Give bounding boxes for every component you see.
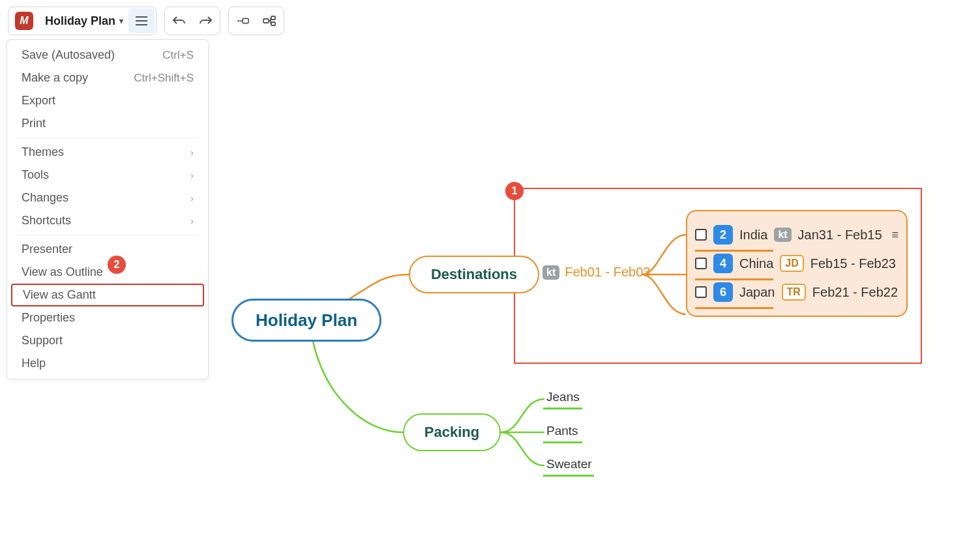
svg-rect-2 <box>263 19 269 23</box>
priority-badge: 4 <box>713 254 733 273</box>
menu-item-help[interactable]: Help <box>7 352 208 375</box>
annotation-marker-1: 1 <box>505 182 524 200</box>
menu-item-shortcuts[interactable]: Shortcuts › <box>7 209 208 232</box>
menu-shortcut: Ctrl+S <box>162 49 194 62</box>
packing-underline <box>543 475 594 477</box>
priority-badge: 2 <box>713 225 733 245</box>
menu-shortcut: Ctrl+Shift+S <box>134 72 194 85</box>
date-range: Feb21 - Feb22 <box>812 285 898 300</box>
destination-name: India <box>739 228 767 243</box>
checkbox[interactable] <box>695 286 707 298</box>
menu-label: View as Gantt <box>23 288 96 302</box>
hamburger-icon <box>135 14 148 27</box>
chevron-right-icon: › <box>190 147 194 158</box>
destination-row-japan[interactable]: 6 Japan TR Feb21 - Feb22 <box>695 278 898 306</box>
chevron-right-icon: › <box>190 216 194 226</box>
layout-button[interactable] <box>256 8 282 33</box>
menu-label: Export <box>22 94 55 108</box>
checkbox[interactable] <box>695 258 707 269</box>
annotation-marker-2: 2 <box>108 256 126 274</box>
destinations-node[interactable]: Destinations <box>409 256 539 293</box>
app-logo[interactable]: M <box>10 8 40 33</box>
document-title: Holiday Plan <box>45 14 115 28</box>
menu-label: Save (Autosaved) <box>22 48 115 62</box>
top-toolbar: M Holiday Plan ▾ <box>8 7 284 35</box>
menu-separator <box>16 138 199 138</box>
row-menu-icon[interactable]: ≡ <box>891 228 898 242</box>
root-node[interactable]: Holiday Plan <box>231 299 381 342</box>
menu-label: Changes <box>22 191 68 205</box>
svg-rect-4 <box>271 22 275 25</box>
menu-label: Shortcuts <box>22 214 71 228</box>
chevron-right-icon: › <box>190 170 194 181</box>
assignee-tag-kt: kt <box>542 265 559 280</box>
insert-node-button[interactable] <box>230 8 256 33</box>
menu-label: Help <box>22 357 46 370</box>
redo-button[interactable] <box>192 8 218 33</box>
checkbox[interactable] <box>695 229 707 241</box>
destinations-meta: kt Feb01 - Feb03 <box>542 265 650 280</box>
undo-icon <box>173 14 186 27</box>
menu-item-export[interactable]: Export <box>7 89 208 112</box>
menu-item-presenter[interactable]: Presenter <box>7 238 208 261</box>
logo-icon: M <box>15 12 33 30</box>
menu-item-themes[interactable]: Themes › <box>7 141 208 164</box>
menu-item-view-gantt[interactable]: View as Gantt <box>11 284 204 306</box>
destination-row-india[interactable]: 2 India kt Jan31 - Feb15 ≡ <box>695 220 898 249</box>
menu-label: Themes <box>22 145 64 159</box>
main-menu-dropdown: Save (Autosaved) Ctrl+S Make a copy Ctrl… <box>7 39 209 379</box>
svg-rect-0 <box>243 18 248 23</box>
destination-row-china[interactable]: 4 China JD Feb15 - Feb23 <box>695 249 898 278</box>
assignee-tag: TR <box>782 284 806 301</box>
packing-node[interactable]: Packing <box>403 413 501 451</box>
layout-group <box>228 7 284 35</box>
svg-rect-3 <box>271 16 275 20</box>
packing-item-pants[interactable]: Pants <box>546 424 578 438</box>
menu-item-save[interactable]: Save (Autosaved) Ctrl+S <box>7 44 208 67</box>
date-range: Jan31 - Feb15 <box>798 228 882 243</box>
chevron-down-icon: ▾ <box>119 16 123 25</box>
menu-label: Print <box>22 117 46 130</box>
layout-icon <box>263 14 276 27</box>
packing-underline <box>543 441 582 443</box>
date-range: Feb15 - Feb23 <box>810 256 896 271</box>
menu-separator <box>16 235 199 235</box>
menu-label: Tools <box>22 168 49 182</box>
undo-redo-group <box>164 7 220 35</box>
undo-button[interactable] <box>166 8 192 33</box>
menu-label: Support <box>22 334 63 348</box>
title-group: M Holiday Plan ▾ <box>8 7 156 35</box>
destination-name: China <box>739 256 773 271</box>
assignee-tag: kt <box>774 228 791 242</box>
destinations-children-box[interactable]: 2 India kt Jan31 - Feb15 ≡ 4 China JD Fe… <box>686 210 908 317</box>
packing-item-sweater[interactable]: Sweater <box>546 457 592 471</box>
document-title-dropdown[interactable]: Holiday Plan ▾ <box>40 8 128 33</box>
menu-item-support[interactable]: Support <box>7 329 208 352</box>
menu-item-print[interactable]: Print <box>7 112 208 135</box>
main-menu-button[interactable] <box>128 8 155 33</box>
menu-label: Presenter <box>22 243 72 256</box>
menu-item-tools[interactable]: Tools › <box>7 164 208 186</box>
menu-item-make-copy[interactable]: Make a copy Ctrl+Shift+S <box>7 67 208 89</box>
destination-name: Japan <box>739 285 775 300</box>
insert-node-icon <box>237 14 250 27</box>
chevron-right-icon: › <box>190 193 194 203</box>
redo-icon <box>199 14 212 27</box>
menu-item-changes[interactable]: Changes › <box>7 186 208 209</box>
svg-point-1 <box>237 20 239 22</box>
destinations-date-range: Feb01 - Feb03 <box>565 265 650 280</box>
menu-item-properties[interactable]: Properties <box>7 306 208 329</box>
menu-label: Make a copy <box>22 71 88 85</box>
priority-badge: 6 <box>713 282 733 302</box>
row-underline <box>695 307 773 309</box>
packing-item-jeans[interactable]: Jeans <box>546 390 580 404</box>
packing-underline <box>543 408 582 409</box>
menu-label: View as Outline <box>22 265 103 279</box>
assignee-tag: JD <box>780 255 803 272</box>
menu-label: Properties <box>22 311 75 325</box>
